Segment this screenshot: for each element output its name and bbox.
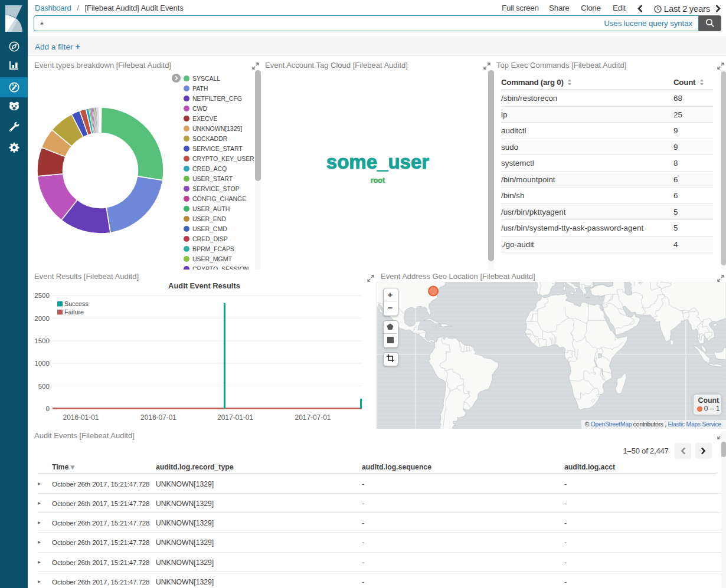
svg-text:2017-07-01: 2017-07-01 [295,413,331,422]
svg-text:1500: 1500 [34,337,50,344]
svg-text:2500: 2500 [34,291,50,299]
svg-text:2017-01-01: 2017-01-01 [217,413,253,422]
svg-text:Success: Success [64,300,89,307]
svg-text:Failure: Failure [64,308,84,316]
svg-text:0: 0 [46,405,50,412]
svg-text:2016-07-01: 2016-07-01 [140,413,176,422]
svg-text:2016-01-01: 2016-01-01 [63,413,99,422]
svg-text:Audit Event Results: Audit Event Results [168,281,240,290]
svg-text:2000: 2000 [34,314,50,322]
svg-text:1000: 1000 [34,359,50,367]
svg-text:500: 500 [38,382,50,390]
